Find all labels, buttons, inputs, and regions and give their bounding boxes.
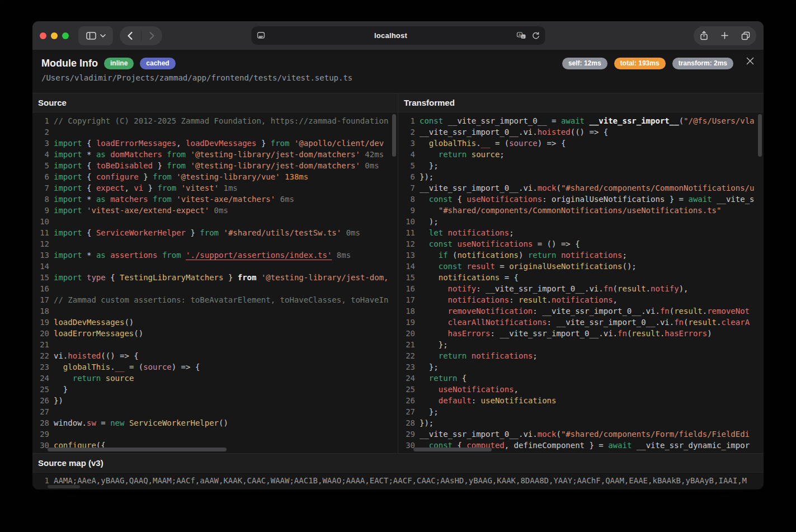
forward-button[interactable] (142, 26, 163, 45)
code-token: . (717, 317, 721, 328)
code-line: 16 notify: __vite_ssr_import_0__.vi.fn(r… (398, 283, 764, 294)
code-token (148, 194, 153, 205)
code-line: 17// Zammad custom assertions: toBeAvata… (32, 294, 398, 305)
code-token: __vite_s (712, 194, 755, 205)
line-number: 19 (32, 317, 49, 328)
line-number: 8 (32, 194, 49, 205)
code-token (420, 283, 448, 294)
code-token: TestingLibraryMatchers (120, 272, 223, 283)
traffic-light-minimize[interactable] (51, 32, 58, 39)
line-number: 13 (398, 249, 415, 261)
code-token: { (82, 182, 96, 194)
code-line: 3import { loadErrorMessages, loadDevMess… (32, 138, 398, 149)
code-token: ) (519, 249, 528, 261)
source-horizontal-scrollbar[interactable] (48, 448, 227, 451)
code-token: } (186, 227, 200, 238)
code-token (101, 373, 105, 384)
page-icon[interactable] (257, 32, 265, 39)
code-token (420, 205, 439, 216)
code-token (219, 227, 223, 238)
sidebar-toggle-button[interactable] (78, 26, 113, 45)
new-tab-icon[interactable] (721, 32, 728, 39)
code-token: useNotifications (439, 384, 514, 395)
code-token: '@testing-library/jest-dom, (261, 272, 389, 283)
code-token: domMatchers (110, 149, 162, 160)
transformed-horizontal-scrollbar[interactable] (413, 448, 492, 451)
reload-icon[interactable] (531, 32, 539, 40)
code-token: vi (134, 182, 143, 194)
code-token: 1ms (219, 182, 238, 194)
source-code-viewport[interactable]: 1// Copyright (C) 2012-2025 Zammad Found… (32, 112, 398, 453)
code-token: ( (670, 305, 674, 317)
code-token: 'vitest-axe/extend-expect' (87, 205, 209, 216)
timing-self-badge: self: 12ms (562, 58, 607, 69)
code-token: , defineComponent } = (505, 440, 608, 451)
traffic-light-zoom[interactable] (62, 32, 69, 39)
code-line: 4 return source; (398, 149, 764, 160)
code-token: ; (500, 149, 504, 160)
code-token: loadDevMessages (54, 317, 124, 328)
code-token: 'vitest-axe/matchers' (176, 194, 275, 205)
source-vertical-scrollbar[interactable] (392, 114, 396, 157)
transformed-vertical-scrollbar[interactable] (758, 114, 762, 157)
code-token (453, 238, 457, 249)
code-line: 16 (32, 283, 398, 294)
code-token: () (219, 417, 228, 429)
line-number: 9 (398, 205, 415, 216)
code-token: let (429, 227, 443, 238)
code-token (420, 395, 439, 406)
line-number: 10 (398, 216, 415, 227)
code-token: source (472, 149, 500, 160)
address-bar[interactable]: localhost A x (251, 26, 545, 45)
code-token: 8ms (332, 249, 351, 261)
tab-overview-icon[interactable] (741, 31, 750, 40)
code-line: 9 "#shared/components/CommonNotification… (398, 205, 764, 216)
code-line: 1// Copyright (C) 2012-2025 Zammad Found… (32, 115, 398, 126)
translate-icon[interactable]: A x (516, 32, 526, 39)
close-icon[interactable] (745, 55, 756, 67)
code-line: 24 return source (32, 373, 398, 384)
line-number: 1 (398, 115, 415, 126)
code-token: window. (54, 417, 87, 429)
code-token: result (632, 328, 660, 339)
code-token: , (176, 138, 186, 149)
timing-badges: self: 12ms total: 193ms transform: 2ms (562, 58, 733, 69)
line-number: 26 (32, 395, 49, 406)
code-line: 2 (32, 126, 398, 138)
code-token: = ( (490, 138, 509, 149)
transformed-code-viewport[interactable]: 1const __vite_ssr_import_0__ = await __v… (398, 112, 764, 453)
code-token: useNotifications (467, 194, 542, 205)
code-token: assertions (110, 249, 157, 261)
share-icon[interactable] (700, 31, 708, 40)
back-button[interactable] (120, 26, 141, 45)
code-token (420, 149, 439, 160)
code-token: mock (538, 429, 557, 440)
code-token (54, 373, 73, 384)
line-number: 4 (32, 149, 49, 160)
code-line: 14 const result = originalUseNotificatio… (398, 261, 764, 272)
module-import-link[interactable]: './support/assertions/index.ts' (186, 249, 332, 261)
code-token: 0ms (360, 160, 379, 171)
code-token: await (608, 440, 632, 451)
code-token: return (73, 373, 101, 384)
code-token: import (54, 171, 82, 182)
code-token: configure (96, 171, 139, 182)
code-token: notify (448, 283, 477, 294)
code-token: } (153, 160, 167, 171)
code-token: '@testing-library/jest-dom/matchers' (190, 149, 360, 160)
code-line: 19loadDevMessages() (32, 317, 398, 328)
line-number: 16 (398, 283, 415, 294)
code-token: , (124, 182, 134, 194)
traffic-light-close[interactable] (40, 32, 46, 39)
code-token: '@testing-library/vue' (176, 171, 280, 182)
code-token (256, 272, 261, 283)
code-token: loadDevMessages (186, 138, 256, 149)
inline-badge: inline (104, 58, 134, 69)
sourcemap-horizontal-scrollbar[interactable] (48, 485, 80, 488)
sourcemap-content[interactable]: 1AAMA;AAeA,yBAAG,QAAQ,MAAM;AACf,aAAW,KAA… (32, 473, 764, 489)
source-panel: Source 1// Copyright (C) 2012-2025 Zamma… (32, 93, 398, 453)
code-token (420, 249, 439, 261)
line-number: 12 (398, 238, 415, 249)
code-token (82, 205, 87, 216)
code-token (420, 272, 439, 283)
